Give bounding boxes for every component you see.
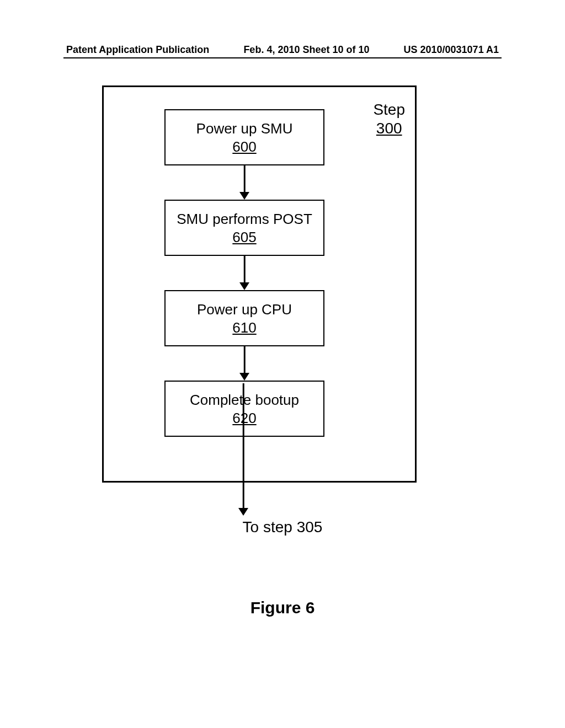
step-300-container: Step 300 Power up SMU 600 SMU performs P… [102, 85, 417, 483]
block-600-title: Power up SMU [170, 120, 319, 137]
page: Patent Application Publication Feb. 4, 2… [0, 0, 565, 728]
step-word: Step [373, 101, 405, 119]
block-610-num: 610 [170, 319, 319, 336]
arrow-head-icon [238, 508, 248, 516]
arrow-610-620 [164, 346, 324, 381]
block-600: Power up SMU 600 [164, 109, 324, 165]
step-number: 300 [373, 120, 405, 137]
arrow-line [244, 256, 246, 283]
figure-label: Figure 6 [0, 598, 565, 617]
arrow-605-610 [164, 256, 324, 290]
arrow-head-icon [239, 192, 249, 200]
header-rule [63, 57, 502, 58]
exit-label: To step 305 [0, 518, 565, 536]
header-right: US 2010/0031071 A1 [404, 44, 499, 56]
arrow-head-icon [239, 282, 249, 290]
exit-arrow-line [243, 383, 244, 509]
arrow-head-icon [239, 373, 249, 381]
block-620-title: Complete bootup [170, 392, 319, 409]
header-left: Patent Application Publication [66, 44, 209, 56]
header-center: Feb. 4, 2010 Sheet 10 of 10 [243, 44, 369, 56]
block-600-num: 600 [170, 138, 319, 156]
page-header: Patent Application Publication Feb. 4, 2… [66, 44, 499, 56]
block-610-title: Power up CPU [170, 301, 319, 318]
block-605-title: SMU performs POST [170, 211, 319, 228]
arrow-line [244, 346, 246, 374]
block-620: Complete bootup 620 [164, 381, 324, 437]
block-620-num: 620 [170, 410, 319, 427]
step-300-label: Step 300 [373, 101, 405, 137]
arrow-600-605 [164, 165, 324, 200]
block-605: SMU performs POST 605 [164, 200, 324, 256]
block-605-num: 605 [170, 229, 319, 246]
block-610: Power up CPU 610 [164, 290, 324, 346]
flowchart: Power up SMU 600 SMU performs POST 605 P… [164, 109, 324, 437]
arrow-line [244, 165, 246, 193]
